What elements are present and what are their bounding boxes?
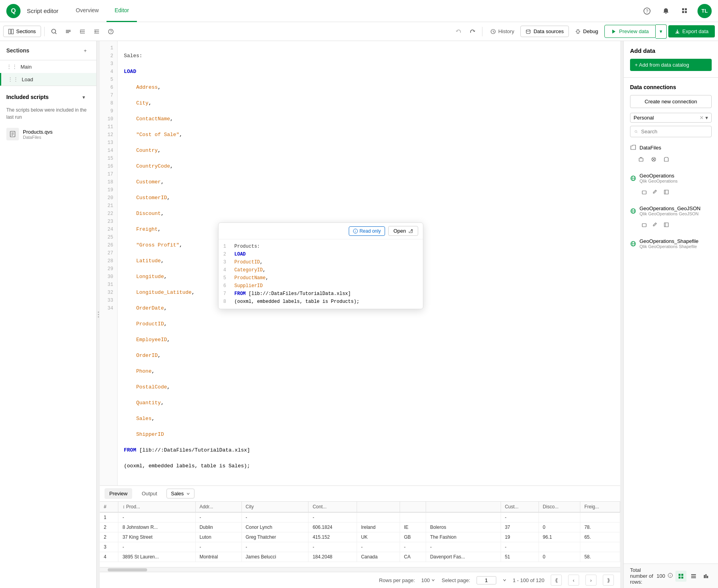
col-header-cont[interactable]: Cont... [309, 502, 357, 512]
list-view-button[interactable] [688, 571, 699, 582]
right-resizer[interactable] [620, 41, 623, 588]
geo-action-1[interactable] [639, 187, 649, 197]
geojson-action-1[interactable] [639, 220, 649, 230]
topbar-right: ? TL [641, 4, 712, 18]
filter-expand-icon[interactable]: ▾ [705, 115, 708, 121]
left-resizer[interactable] [97, 41, 100, 588]
add-section-button[interactable]: + [80, 46, 90, 55]
col-header-cust[interactable]: Cust... [501, 502, 538, 512]
open-button[interactable]: Open [388, 226, 418, 236]
prev-page-button[interactable]: ‹ [568, 575, 579, 586]
filter-clear-icon[interactable]: ✕ [699, 115, 704, 121]
scroll-thumb[interactable] [108, 568, 147, 571]
conn-type-header-datafiles[interactable]: DataFiles [630, 142, 712, 153]
svg-rect-39 [642, 191, 646, 194]
history-button[interactable]: History [486, 26, 519, 37]
col-header-city[interactable]: City [241, 502, 309, 512]
conn-type-header-geojson[interactable]: GeoOperations_GeoJSON Qlik GeoOperations… [630, 203, 712, 218]
next-page-button[interactable]: › [585, 575, 596, 586]
svg-text:?: ? [110, 30, 112, 34]
geo-action-2[interactable] [651, 187, 660, 197]
geojson-actions [630, 218, 712, 231]
col-header-c2[interactable] [400, 502, 426, 512]
script-icon [6, 128, 19, 140]
first-page-button[interactable]: ⟪ [551, 575, 562, 586]
svg-line-33 [637, 132, 638, 133]
globe-icon-shapefile [630, 241, 636, 247]
grid-icon[interactable] [679, 5, 691, 17]
section-item-main[interactable]: ⋮⋮ Main [0, 60, 96, 73]
col-header-c3[interactable] [426, 502, 501, 512]
sections-title: Sections [6, 47, 29, 54]
data-sources-button[interactable]: Data sources [520, 26, 569, 37]
geojson-action-2[interactable] [651, 220, 660, 230]
col-header-c1[interactable] [357, 502, 400, 512]
col-header-prod[interactable]: ↕ Prod... [118, 502, 195, 512]
geo-actions [630, 186, 712, 198]
total-rows-bar: Total number of rows: 100 i [624, 564, 718, 588]
data-sources-label: Data sources [533, 28, 564, 34]
add-from-catalog-button[interactable]: + Add from data catalog [630, 59, 712, 71]
export-data-button[interactable]: Export data [668, 25, 715, 37]
conn-type-header-geo[interactable]: GeoOperations Qlik GeoOperations [630, 170, 712, 186]
chart-view-button[interactable] [701, 571, 712, 582]
svg-rect-8 [9, 29, 11, 34]
debug-button[interactable]: Debug [570, 26, 603, 37]
page-input[interactable] [477, 576, 496, 584]
total-rows-info-icon[interactable]: i [668, 573, 673, 579]
table-name: Sales [171, 491, 184, 497]
debug-label: Debug [583, 28, 598, 34]
avatar[interactable]: TL [697, 4, 712, 18]
redo-icon[interactable] [466, 25, 479, 38]
undo-icon[interactable] [452, 25, 465, 38]
grid-view-button[interactable] [675, 571, 686, 582]
readonly-badge[interactable]: i Read only [349, 226, 385, 236]
table-selector[interactable]: Sales [166, 489, 194, 498]
svg-line-11 [55, 33, 56, 34]
datafiles-action-2[interactable] [649, 155, 658, 164]
tab-overview[interactable]: Overview [68, 0, 107, 22]
geojson-action-3[interactable] [662, 220, 671, 230]
preview-tab[interactable]: Preview [105, 488, 132, 499]
sections-btn-label: Sections [16, 28, 36, 34]
help-icon[interactable]: ? [641, 5, 653, 17]
outdent-icon[interactable] [90, 25, 103, 38]
preview-dropdown-button[interactable]: ▾ [656, 24, 667, 39]
conn-type-label-datafiles: DataFiles [639, 145, 712, 151]
svg-rect-5 [685, 8, 687, 10]
conn-type-header-shapefile[interactable]: GeoOperations_Shapefile Qlik GeoOperatio… [630, 236, 712, 251]
col-header-disc[interactable]: Disco... [538, 502, 580, 512]
svg-rect-34 [639, 158, 643, 161]
col-header-addr[interactable]: Addr... [195, 502, 241, 512]
create-connection-button[interactable]: Create new connection [630, 95, 712, 108]
data-table-wrap[interactable]: # ↕ Prod... Addr... City Cont... Cust...… [100, 502, 620, 567]
help-icon-editor[interactable]: ? [105, 25, 117, 38]
geo-action-3[interactable] [662, 187, 671, 197]
horizontal-scrollbar[interactable] [100, 567, 620, 572]
comment-icon[interactable] [62, 25, 75, 38]
svg-rect-58 [704, 575, 705, 578]
search-icon[interactable] [48, 25, 60, 38]
open-label: Open [393, 228, 406, 234]
table-row: 237 King StreetLutonGreg Thatcher415.152… [100, 532, 620, 542]
svg-rect-60 [707, 576, 708, 578]
included-scripts-collapse[interactable]: ▾ [77, 91, 90, 103]
code-editor[interactable]: 123 456 789 101112 131415 161718 192021 … [100, 41, 620, 485]
preview-data-button[interactable]: Preview data [604, 25, 655, 38]
col-header-num: # [100, 502, 118, 512]
toolbar-sep-1 [44, 27, 45, 36]
tab-editor[interactable]: Editor [107, 0, 137, 22]
datafiles-action-1[interactable] [636, 155, 646, 164]
sections-toggle-button[interactable]: Sections [3, 26, 41, 37]
section-item-load[interactable]: ⋮⋮ Load 🗑 [0, 73, 96, 86]
search-connections-input[interactable] [641, 129, 707, 134]
output-tab[interactable]: Output [137, 488, 162, 499]
bell-icon[interactable] [660, 5, 672, 17]
col-header-freig[interactable]: Freig... [580, 502, 620, 512]
export-data-label: Export data [682, 28, 709, 34]
last-page-button[interactable]: ⟫ [603, 575, 614, 586]
add-catalog-label: + Add from data catalog [635, 62, 689, 68]
indent-icon[interactable] [76, 25, 89, 38]
datafiles-action-3[interactable] [662, 155, 671, 164]
svg-rect-54 [681, 577, 683, 579]
